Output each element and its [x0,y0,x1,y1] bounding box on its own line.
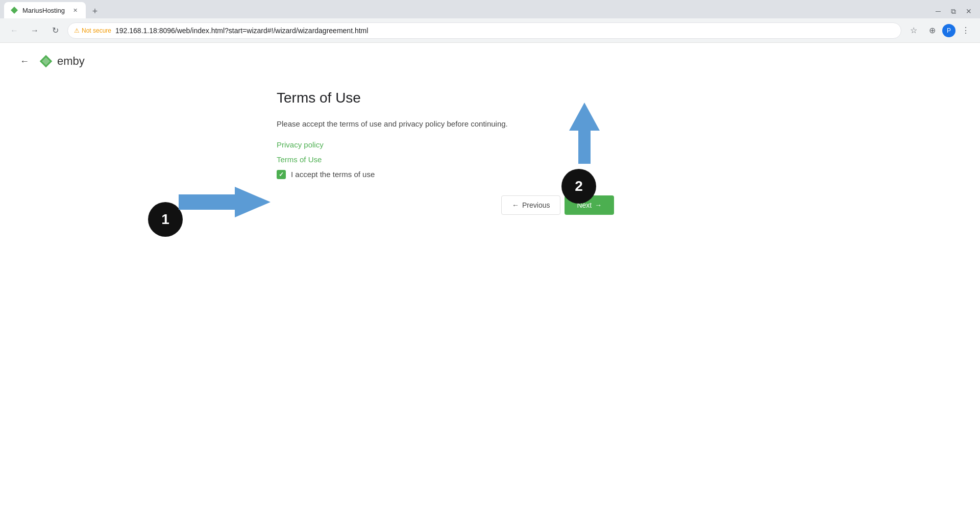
tab-favicon [10,6,18,14]
bookmark-button[interactable]: ☆ [905,22,922,39]
close-button[interactable]: ✕ [962,4,976,18]
forward-nav-button[interactable]: → [27,22,43,39]
security-indicator: ⚠ Not secure [74,27,111,34]
emby-logo: emby [39,54,85,68]
emby-logo-icon [39,54,53,68]
description-text: Please accept the terms of use and priva… [277,118,703,130]
toolbar-actions: ☆ ⊕ P ⋮ [905,22,974,39]
browser-window: MariusHosting ✕ + ─ ⧉ ✕ ← → ↻ ⚠ Not secu… [0,0,980,522]
browser-tab[interactable]: MariusHosting ✕ [4,2,86,18]
accept-checkbox[interactable]: ✓ [277,170,286,179]
next-button[interactable]: Next → [565,195,614,215]
extensions-button[interactable]: ⊕ [924,22,940,39]
address-bar[interactable]: ⚠ Not secure 192.168.1.18:8096/web/index… [67,22,901,39]
svg-marker-0 [11,7,18,14]
annotation-arrow-1 [179,187,271,228]
checkbox-label: I accept the terms of use [291,170,375,179]
main-content: Terms of Use Please accept the terms of … [260,80,720,231]
browser-toolbar: ← → ↻ ⚠ Not secure 192.168.1.18:8096/web… [0,18,980,43]
svg-marker-4 [179,187,271,217]
previous-arrow-icon: ← [512,201,519,209]
reload-button[interactable]: ↻ [47,22,63,39]
restore-button[interactable]: ⧉ [946,4,961,18]
minimize-button[interactable]: ─ [931,4,945,18]
navigation-buttons: ← Previous Next → [501,195,703,215]
app-back-button[interactable]: ← [16,53,33,69]
previous-button[interactable]: ← Previous [501,195,560,215]
accept-checkbox-row: ✓ I accept the terms of use [277,170,703,179]
terms-of-use-link[interactable]: Terms of Use [277,155,703,164]
tab-close-button[interactable]: ✕ [70,6,80,15]
profile-button[interactable]: P [942,24,955,37]
new-tab-button[interactable]: + [88,4,102,18]
tab-bar: MariusHosting ✕ + ─ ⧉ ✕ [0,0,980,18]
emby-header: ← emby [0,43,980,80]
next-arrow-icon: → [595,201,602,209]
emby-logo-text: emby [57,55,85,68]
page-content: ← emby Terms of Use Please accept the te… [0,43,980,522]
page-title: Terms of Use [277,90,703,106]
back-nav-button[interactable]: ← [6,22,22,39]
url-display: 192.168.1.18:8096/web/index.html?start=w… [115,27,368,35]
menu-button[interactable]: ⋮ [958,22,974,39]
privacy-policy-link[interactable]: Privacy policy [277,140,703,149]
annotation-circle-1: 1 [148,202,183,237]
checkmark-icon: ✓ [279,171,284,178]
tab-title: MariusHosting [22,7,66,14]
